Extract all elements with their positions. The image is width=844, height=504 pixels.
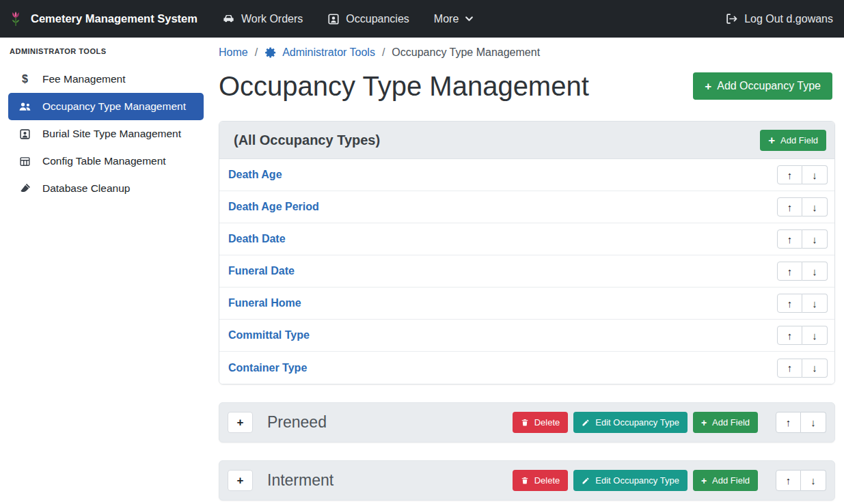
field-row: Funeral Date ↑ ↓ xyxy=(219,255,834,288)
arrow-down-icon: ↓ xyxy=(811,475,816,486)
add-field-label: Add Field xyxy=(712,417,750,428)
move-up-button[interactable]: ↑ xyxy=(776,412,801,433)
arrow-up-icon: ↑ xyxy=(787,169,793,181)
nav-more[interactable]: More xyxy=(434,13,474,25)
work-orders-icon xyxy=(222,12,235,25)
arrow-up-icon: ↑ xyxy=(787,266,793,277)
edit-occupancy-type-label: Edit Occupancy Type xyxy=(595,475,679,486)
field-row: Funeral Home ↑ ↓ xyxy=(219,288,834,320)
arrow-down-icon: ↓ xyxy=(812,234,817,245)
arrow-down-icon: ↓ xyxy=(812,298,817,309)
move-down-button[interactable]: ↓ xyxy=(801,470,826,491)
field-link[interactable]: Container Type xyxy=(228,362,307,374)
breadcrumb-separator: / xyxy=(382,46,385,59)
reorder-group: ↑ ↓ xyxy=(777,197,828,216)
sidebar-item-burial-site-type-management[interactable]: Burial Site Type Management xyxy=(8,120,204,148)
arrow-down-icon: ↓ xyxy=(812,362,817,374)
arrow-down-icon: ↓ xyxy=(812,169,817,181)
section-actions: Delete Edit Occupancy Type + Add Field ↑ xyxy=(513,412,826,433)
field-link[interactable]: Committal Type xyxy=(228,329,310,341)
arrow-up-icon: ↑ xyxy=(787,330,793,341)
sidebar-item-config-table-management[interactable]: Config Table Management xyxy=(8,148,204,175)
expand-button[interactable]: + xyxy=(228,470,253,491)
arrow-down-icon: ↓ xyxy=(812,201,817,213)
move-up-button[interactable]: ↑ xyxy=(777,326,802,345)
reorder-group: ↑ ↓ xyxy=(776,470,826,491)
plus-icon: + xyxy=(237,474,244,488)
add-field-button[interactable]: + Add Field xyxy=(693,412,758,433)
all-occupancy-types-card: (All Occupancy Types) + Add Field Death … xyxy=(219,121,835,384)
reorder-group: ↑ ↓ xyxy=(777,262,828,281)
move-up-button[interactable]: ↑ xyxy=(777,229,802,249)
nav-work-orders-label: Work Orders xyxy=(241,13,303,25)
reorder-group: ↑ ↓ xyxy=(777,326,828,345)
move-up-button[interactable]: ↑ xyxy=(777,262,802,281)
logout-icon xyxy=(725,12,738,25)
trash-icon xyxy=(521,418,529,427)
reorder-group: ↑ ↓ xyxy=(777,294,828,313)
page-header: Occupancy Type Management + Add Occupanc… xyxy=(219,70,835,102)
sidebar-item-occupancy-type-management[interactable]: Occupancy Type Management xyxy=(8,93,204,120)
app-brand[interactable]: Cemetery Management System xyxy=(8,11,198,27)
add-field-button[interactable]: + Add Field xyxy=(693,470,758,491)
logout-label: Log Out d.gowans xyxy=(744,13,833,25)
field-link[interactable]: Death Date xyxy=(228,233,286,245)
all-occupancy-types-title: (All Occupancy Types) xyxy=(234,132,380,148)
delete-label: Delete xyxy=(534,475,560,486)
field-row: Death Date ↑ ↓ xyxy=(219,223,834,255)
expand-button[interactable]: + xyxy=(228,412,253,433)
move-down-button[interactable]: ↓ xyxy=(802,165,828,184)
move-up-button[interactable]: ↑ xyxy=(777,197,802,216)
move-down-button[interactable]: ↓ xyxy=(802,326,828,345)
arrow-down-icon: ↓ xyxy=(812,330,817,341)
chevron-down-icon xyxy=(465,14,474,23)
breadcrumb: Home / Administrator Tools / Occupancy T… xyxy=(219,46,835,59)
nav-work-orders[interactable]: Work Orders xyxy=(222,12,303,25)
nav-occupancies[interactable]: Occupancies xyxy=(327,13,409,25)
add-field-label: Add Field xyxy=(780,135,818,145)
edit-occupancy-type-label: Edit Occupancy Type xyxy=(595,417,679,428)
sidebar-item-fee-management[interactable]: $ Fee Management xyxy=(8,66,204,93)
table-icon xyxy=(18,156,32,167)
move-down-button[interactable]: ↓ xyxy=(802,197,828,216)
field-link[interactable]: Death Age Period xyxy=(228,201,319,213)
sidebar-heading: ADMINISTRATOR TOOLS xyxy=(10,47,204,55)
field-row: Committal Type ↑ ↓ xyxy=(219,320,834,352)
breadcrumb-current: Occupancy Type Management xyxy=(392,46,540,59)
breadcrumb-home[interactable]: Home xyxy=(219,46,248,59)
breadcrumb-administrator-tools[interactable]: Administrator Tools xyxy=(264,46,375,59)
edit-occupancy-type-button[interactable]: Edit Occupancy Type xyxy=(573,412,688,433)
arrow-up-icon: ↑ xyxy=(786,475,791,486)
move-up-button[interactable]: ↑ xyxy=(777,359,802,378)
move-down-button[interactable]: ↓ xyxy=(802,262,828,281)
add-occupancy-type-button[interactable]: + Add Occupancy Type xyxy=(693,72,832,100)
field-link[interactable]: Funeral Date xyxy=(228,265,295,277)
move-up-button[interactable]: ↑ xyxy=(777,294,802,313)
move-down-button[interactable]: ↓ xyxy=(801,412,826,433)
field-row: Death Age ↑ ↓ xyxy=(219,159,834,191)
occupancy-type-section: + Preneed Delete Edit Occupancy Type xyxy=(219,402,835,443)
arrow-up-icon: ↑ xyxy=(787,234,793,245)
sidebar: ADMINISTRATOR TOOLS $ Fee Management Occ… xyxy=(0,38,210,504)
arrow-up-icon: ↑ xyxy=(787,362,793,374)
add-field-button[interactable]: + Add Field xyxy=(760,130,826,151)
move-down-button[interactable]: ↓ xyxy=(802,359,828,378)
sidebar-item-database-cleanup[interactable]: Database Cleanup xyxy=(8,175,204,202)
plus-icon: + xyxy=(701,476,707,486)
section-title: Preneed xyxy=(267,413,327,432)
pencil-icon xyxy=(582,477,590,485)
nav-occupancies-label: Occupancies xyxy=(346,13,409,25)
move-up-button[interactable]: ↑ xyxy=(776,470,801,491)
occupancy-type-section: + Interment Delete Edit Occupancy Type xyxy=(219,460,835,501)
plus-icon: + xyxy=(768,135,775,146)
move-up-button[interactable]: ↑ xyxy=(777,165,802,184)
logout-button[interactable]: Log Out d.gowans xyxy=(725,12,833,25)
delete-button[interactable]: Delete xyxy=(513,412,569,433)
move-down-button[interactable]: ↓ xyxy=(802,229,828,249)
field-row: Container Type ↑ ↓ xyxy=(219,352,834,384)
edit-occupancy-type-button[interactable]: Edit Occupancy Type xyxy=(573,470,688,491)
delete-button[interactable]: Delete xyxy=(513,470,569,491)
field-link[interactable]: Funeral Home xyxy=(228,297,301,309)
move-down-button[interactable]: ↓ xyxy=(802,294,828,313)
field-link[interactable]: Death Age xyxy=(228,169,282,181)
